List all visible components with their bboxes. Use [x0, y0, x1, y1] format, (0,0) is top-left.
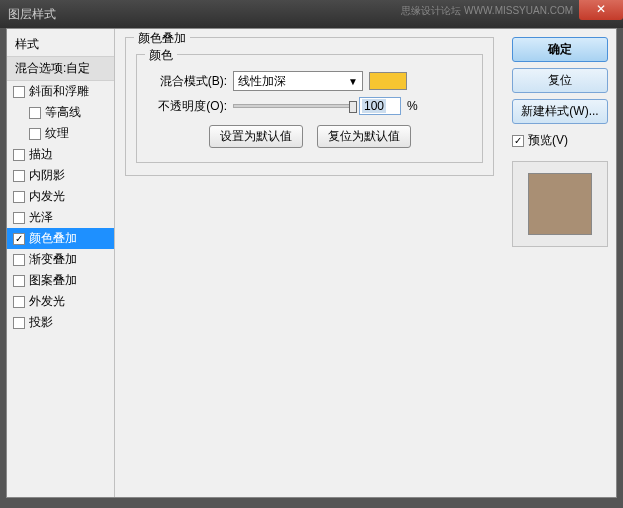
cancel-button[interactable]: 复位 — [512, 68, 608, 93]
main-panel: 颜色叠加 颜色 混合模式(B): 线性加深 ▼ 不透明度(O): 100 % — [115, 29, 504, 497]
sidebar-checkbox[interactable] — [13, 191, 25, 203]
dialog: 样式 混合选项:自定 斜面和浮雕等高线纹理描边内阴影内发光光泽颜色叠加渐变叠加图… — [6, 28, 617, 498]
sidebar-checkbox[interactable] — [13, 317, 25, 329]
sidebar-item-3[interactable]: 描边 — [7, 144, 114, 165]
close-button[interactable]: ✕ — [579, 0, 623, 20]
sidebar-checkbox[interactable] — [13, 212, 25, 224]
sidebar-item-8[interactable]: 渐变叠加 — [7, 249, 114, 270]
group-legend: 颜色 — [145, 47, 177, 64]
sidebar-header: 样式 — [7, 33, 114, 56]
ok-button[interactable]: 确定 — [512, 37, 608, 62]
window-title: 图层样式 — [8, 6, 56, 23]
right-column: 确定 复位 新建样式(W)... 预览(V) — [504, 29, 616, 497]
opacity-suffix: % — [407, 99, 418, 113]
sidebar-item-label: 图案叠加 — [29, 272, 77, 289]
sidebar-item-label: 颜色叠加 — [29, 230, 77, 247]
sidebar-item-7[interactable]: 颜色叠加 — [7, 228, 114, 249]
sidebar-item-label: 渐变叠加 — [29, 251, 77, 268]
blend-mode-select[interactable]: 线性加深 ▼ — [233, 71, 363, 91]
blend-mode-label: 混合模式(B): — [147, 73, 227, 90]
sidebar-checkbox[interactable] — [13, 296, 25, 308]
set-default-button[interactable]: 设置为默认值 — [209, 125, 303, 148]
opacity-input[interactable]: 100 — [359, 97, 401, 115]
panel-title: 颜色叠加 — [134, 30, 190, 47]
preview-swatch — [528, 173, 592, 235]
sidebar-checkbox[interactable] — [13, 275, 25, 287]
opacity-label: 不透明度(O): — [147, 98, 227, 115]
color-swatch[interactable] — [369, 72, 407, 90]
preview-box — [512, 161, 608, 247]
sidebar-item-label: 内发光 — [29, 188, 65, 205]
blend-mode-value: 线性加深 — [238, 73, 286, 90]
sidebar-item-label: 投影 — [29, 314, 53, 331]
color-group: 颜色 混合模式(B): 线性加深 ▼ 不透明度(O): 100 % 设置为 — [136, 54, 483, 163]
sidebar-item-label: 描边 — [29, 146, 53, 163]
sidebar-checkbox[interactable] — [13, 254, 25, 266]
sidebar-item-6[interactable]: 光泽 — [7, 207, 114, 228]
sidebar-item-label: 等高线 — [45, 104, 81, 121]
preview-label: 预览(V) — [528, 132, 568, 149]
sidebar-item-label: 外发光 — [29, 293, 65, 310]
sidebar-checkbox[interactable] — [13, 149, 25, 161]
sidebar-item-9[interactable]: 图案叠加 — [7, 270, 114, 291]
sidebar-item-0[interactable]: 斜面和浮雕 — [7, 81, 114, 102]
sidebar-item-label: 光泽 — [29, 209, 53, 226]
sidebar-item-2[interactable]: 纹理 — [7, 123, 114, 144]
sidebar-blend-options[interactable]: 混合选项:自定 — [7, 56, 114, 81]
opacity-slider[interactable] — [233, 104, 353, 108]
slider-thumb[interactable] — [349, 101, 357, 113]
chevron-down-icon: ▼ — [348, 76, 358, 87]
sidebar-checkbox[interactable] — [29, 107, 41, 119]
reset-default-button[interactable]: 复位为默认值 — [317, 125, 411, 148]
titlebar: 图层样式 思缘设计论坛 WWW.MISSYUAN.COM ✕ — [0, 0, 623, 28]
sidebar-item-10[interactable]: 外发光 — [7, 291, 114, 312]
sidebar-item-label: 斜面和浮雕 — [29, 83, 89, 100]
sidebar-item-1[interactable]: 等高线 — [7, 102, 114, 123]
styles-sidebar: 样式 混合选项:自定 斜面和浮雕等高线纹理描边内阴影内发光光泽颜色叠加渐变叠加图… — [7, 29, 115, 497]
new-style-button[interactable]: 新建样式(W)... — [512, 99, 608, 124]
sidebar-item-label: 纹理 — [45, 125, 69, 142]
sidebar-checkbox[interactable] — [13, 170, 25, 182]
sidebar-checkbox[interactable] — [29, 128, 41, 140]
watermark: 思缘设计论坛 WWW.MISSYUAN.COM — [401, 4, 573, 18]
sidebar-item-5[interactable]: 内发光 — [7, 186, 114, 207]
sidebar-item-4[interactable]: 内阴影 — [7, 165, 114, 186]
color-overlay-fieldset: 颜色叠加 颜色 混合模式(B): 线性加深 ▼ 不透明度(O): 100 % — [125, 37, 494, 176]
sidebar-item-11[interactable]: 投影 — [7, 312, 114, 333]
sidebar-checkbox[interactable] — [13, 233, 25, 245]
preview-checkbox[interactable] — [512, 135, 524, 147]
sidebar-checkbox[interactable] — [13, 86, 25, 98]
sidebar-item-label: 内阴影 — [29, 167, 65, 184]
